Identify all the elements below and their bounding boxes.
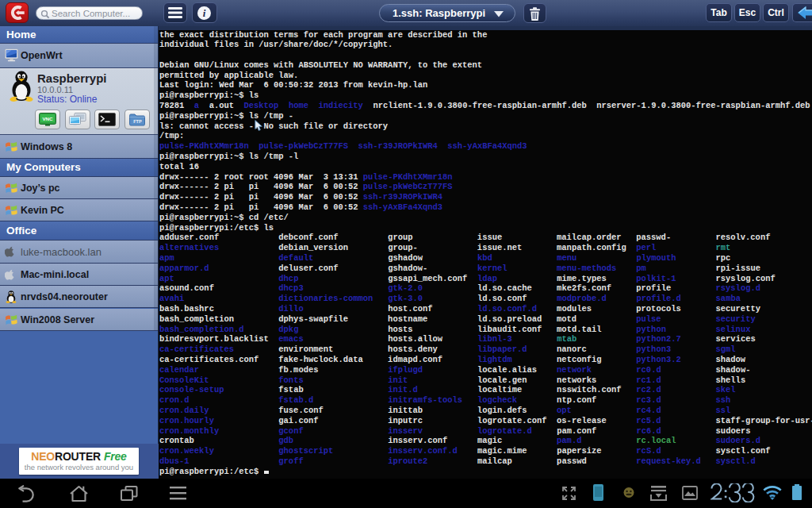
svg-text:FTP: FTP	[133, 119, 142, 124]
svg-text:VNC: VNC	[42, 116, 53, 121]
